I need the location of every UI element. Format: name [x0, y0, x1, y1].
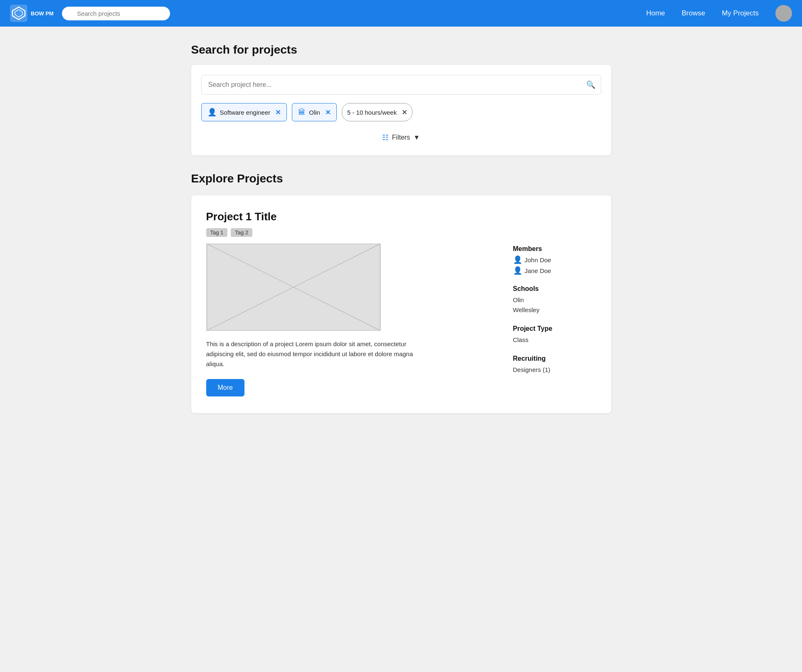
search-input-wrapper: 🔍 — [201, 75, 601, 95]
logo[interactable]: BOW PM — [10, 5, 54, 22]
project-right: Members 👤 John Doe 👤 Jane Doe Schools Ol… — [513, 244, 596, 396]
filters-btn-row: ☷ Filters ▼ — [201, 130, 601, 145]
project-search-input[interactable] — [201, 75, 601, 95]
filter-school-close[interactable]: ✕ — [325, 108, 331, 116]
filters-icon: ☷ — [382, 133, 389, 142]
project-type-value: Class — [513, 335, 596, 345]
member-icon-1: 👤 — [513, 255, 522, 264]
nav-my-projects[interactable]: My Projects — [722, 9, 759, 17]
filters-button[interactable]: ☷ Filters ▼ — [375, 130, 427, 145]
project-tag-2: Tag 2 — [231, 228, 252, 237]
project-type-heading: Project Type — [513, 325, 596, 332]
building-icon: 🏛 — [298, 108, 306, 117]
filters-button-label: Filters — [392, 134, 410, 141]
nav-search-input[interactable] — [62, 7, 170, 20]
search-icon: 🔍 — [586, 80, 595, 89]
school-1: Olin — [513, 295, 596, 305]
project-tags: Tag 1 Tag 2 — [206, 228, 596, 237]
filter-school-label: Olin — [309, 109, 320, 116]
schools-section: Schools Olin Wellesley — [513, 285, 596, 315]
project-card: Project 1 Title Tag 1 Tag 2 This is a de… — [191, 195, 611, 413]
recruiting-heading: Recruiting — [513, 355, 596, 362]
filter-role-label: Software engineer — [220, 109, 271, 116]
project-body: This is a description of a project Lorem… — [206, 244, 596, 396]
filter-hours-close[interactable]: ✕ — [402, 108, 407, 116]
nav-home[interactable]: Home — [646, 9, 665, 17]
member-1: 👤 John Doe — [513, 255, 596, 264]
main-content: Search for projects 🔍 👤 Software enginee… — [183, 27, 619, 430]
member-2: 👤 Jane Doe — [513, 266, 596, 275]
members-heading: Members — [513, 245, 596, 253]
recruiting-value: Designers (1) — [513, 365, 596, 375]
search-section-title: Search for projects — [191, 43, 611, 57]
more-button[interactable]: More — [206, 379, 244, 396]
navbar: BOW PM 🔍 Home Browse My Projects — [0, 0, 802, 27]
member-icon-2: 👤 — [513, 266, 522, 275]
member-1-name: John Doe — [525, 256, 551, 263]
schools-heading: Schools — [513, 285, 596, 293]
nav-links: Home Browse My Projects — [646, 5, 792, 22]
members-section: Members 👤 John Doe 👤 Jane Doe — [513, 245, 596, 275]
search-card: 🔍 👤 Software engineer ✕ 🏛 Olin ✕ 5 - 10 … — [191, 65, 611, 155]
explore-title: Explore Projects — [191, 172, 611, 185]
avatar[interactable] — [775, 5, 792, 22]
filter-tag-hours[interactable]: 5 - 10 hours/week ✕ — [342, 103, 412, 121]
logo-text: BOW PM — [31, 10, 54, 17]
member-2-name: Jane Doe — [525, 267, 551, 274]
filter-role-close[interactable]: ✕ — [275, 108, 281, 116]
project-tag-1: Tag 1 — [206, 228, 228, 237]
filter-tags: 👤 Software engineer ✕ 🏛 Olin ✕ 5 - 10 ho… — [201, 103, 601, 121]
school-2: Wellesley — [513, 305, 596, 315]
filter-tag-school[interactable]: 🏛 Olin ✕ — [292, 103, 337, 121]
recruiting-section: Recruiting Designers (1) — [513, 355, 596, 375]
project-image — [206, 244, 381, 331]
filter-hours-label: 5 - 10 hours/week — [347, 109, 397, 116]
nav-browse[interactable]: Browse — [682, 9, 706, 17]
project-left: This is a description of a project Lorem… — [206, 244, 496, 396]
person-icon: 👤 — [207, 108, 217, 117]
project-title: Project 1 Title — [206, 210, 596, 223]
filter-tag-role[interactable]: 👤 Software engineer ✕ — [201, 103, 287, 121]
filters-dropdown-icon: ▼ — [413, 134, 420, 141]
nav-search-container: 🔍 — [62, 7, 170, 20]
project-description: This is a description of a project Lorem… — [206, 339, 422, 369]
project-type-section: Project Type Class — [513, 325, 596, 345]
